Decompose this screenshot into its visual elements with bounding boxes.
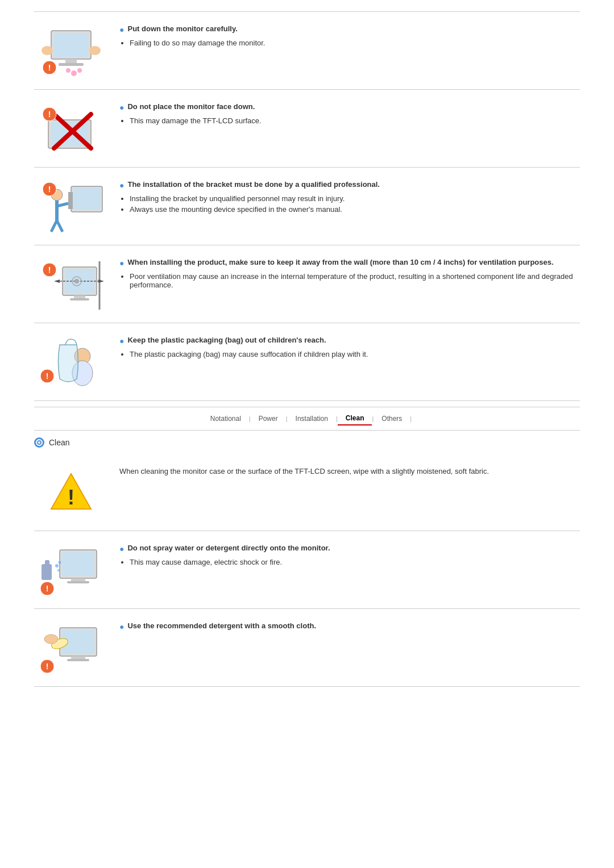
- bullet-item: Failing to do so may damage the monitor.: [130, 39, 580, 47]
- clean-heading-icon: [34, 437, 44, 448]
- text-no-face-down: ● Do not place the monitor face down. Th…: [119, 100, 580, 127]
- svg-point-9: [77, 68, 82, 73]
- illustration-detergent: !: [34, 619, 108, 676]
- illustration-warning-triangle: !: [34, 464, 108, 520]
- bullet-icon: ●: [119, 25, 124, 34]
- item-no-face-down: ! ● Do not place the monitor face down. …: [34, 90, 580, 168]
- bullet-list: This may damage the TFT-LCD surface.: [130, 116, 580, 125]
- nav-clean[interactable]: Clean: [338, 412, 372, 425]
- bullet-list: Failing to do so may damage the monitor.: [130, 39, 580, 47]
- heading-text: Do not spray water or detergent directly…: [127, 544, 330, 552]
- bullet-item-1: Always use the mounting device specified…: [130, 205, 580, 214]
- illustration-no-face-down: !: [34, 100, 108, 157]
- illustration-put-down: !: [34, 22, 108, 79]
- nav-others[interactable]: Others: [374, 412, 410, 425]
- svg-marker-33: [54, 279, 60, 283]
- text-detergent: ● Use the recommended detergent with a s…: [119, 619, 580, 636]
- svg-rect-18: [73, 188, 101, 210]
- bullet-list: Installing the bracket by unqualified pe…: [130, 194, 580, 214]
- text-put-down: ● Put down the monitor carefully. Failin…: [119, 22, 580, 49]
- nav-installation[interactable]: Installation: [288, 412, 336, 425]
- item-put-down: ! ● Put down the monitor carefully. Fail…: [34, 11, 580, 90]
- svg-rect-28: [65, 269, 94, 293]
- text-ventilation: ● When installing the product, make sure…: [119, 256, 580, 291]
- svg-text:!: !: [48, 265, 51, 274]
- item-detergent: ! ● Use the recommended detergent with a…: [34, 609, 580, 687]
- clean-intro-item: ! When cleaning the monitor case or the …: [34, 453, 580, 531]
- illustration-bracket: !: [34, 178, 108, 235]
- nav-sep-5: |: [410, 415, 412, 422]
- svg-rect-51: [67, 581, 89, 583]
- svg-rect-30: [70, 298, 89, 301]
- svg-rect-53: [45, 560, 49, 566]
- heading-text: When installing the product, make sure t…: [127, 258, 553, 266]
- svg-text:!: !: [48, 110, 51, 119]
- heading-text: The installation of the bracket must be …: [127, 180, 380, 189]
- illustration-ventilation: !: [34, 256, 108, 312]
- svg-line-23: [51, 220, 57, 232]
- svg-rect-52: [42, 564, 52, 580]
- item-ventilation: ! ● When installing the product, make su…: [34, 245, 580, 323]
- svg-point-54: [55, 564, 59, 567]
- bullet-icon: ●: [119, 336, 124, 345]
- text-bracket: ● The installation of the bracket must b…: [119, 178, 580, 216]
- text-plastic-bag: ● Keep the plastic packaging (bag) out o…: [119, 333, 580, 361]
- clean-section-heading: Clean: [34, 437, 580, 448]
- nav-power[interactable]: Power: [251, 412, 286, 425]
- text-no-spray: ● Do not spray water or detergent direct…: [119, 541, 580, 569]
- svg-text:!: !: [46, 662, 49, 671]
- svg-point-10: [66, 68, 70, 73]
- heading-text: Do not place the monitor face down.: [127, 102, 255, 111]
- heading-text: Put down the monitor carefully.: [127, 24, 237, 33]
- svg-point-45: [38, 441, 40, 444]
- svg-point-5: [89, 46, 101, 55]
- clean-intro-text: When cleaning the monitor case or the su…: [119, 464, 580, 477]
- bullet-icon: ●: [119, 181, 124, 190]
- bullet-list: Poor ventilation may cause an increase i…: [130, 272, 580, 289]
- svg-point-56: [57, 569, 60, 571]
- clean-heading-label: Clean: [49, 438, 70, 447]
- svg-point-36: [74, 279, 79, 283]
- nav-notational[interactable]: Notational: [202, 412, 249, 425]
- svg-point-55: [59, 561, 61, 564]
- bullet-icon: ●: [119, 544, 124, 553]
- illustration-plastic-bag: !: [34, 333, 108, 390]
- navigation-bar: Notational | Power | Installation | Clea…: [34, 407, 580, 431]
- svg-line-24: [57, 220, 63, 232]
- illustration-no-spray: !: [34, 541, 108, 598]
- svg-marker-34: [98, 279, 104, 283]
- bullet-item: The plastic packaging (bag) may cause su…: [130, 350, 580, 358]
- svg-rect-3: [59, 63, 84, 66]
- svg-rect-62: [67, 659, 89, 661]
- heading-text: Keep the plastic packaging (bag) out of …: [127, 336, 326, 344]
- installation-section: ! ● Put down the monitor carefully. Fail…: [34, 11, 580, 401]
- svg-text:!: !: [46, 584, 49, 593]
- svg-rect-2: [65, 59, 77, 64]
- svg-rect-1: [54, 33, 88, 57]
- bullet-item-0: Installing the bracket by unqualified pe…: [130, 194, 580, 203]
- svg-text:!: !: [68, 486, 74, 509]
- bullet-icon: ●: [119, 622, 124, 631]
- heading-text: Use the recommended detergent with a smo…: [127, 621, 316, 630]
- bullet-item: This may cause damage, electric shock or…: [130, 558, 580, 566]
- bullet-icon: ●: [119, 258, 124, 268]
- svg-point-8: [71, 70, 77, 76]
- svg-text:!: !: [48, 185, 51, 194]
- svg-rect-19: [68, 192, 73, 209]
- bullet-icon: ●: [119, 103, 124, 112]
- svg-point-4: [42, 46, 53, 55]
- item-bracket: ! ● The installation of the bracket must…: [34, 168, 580, 245]
- bullet-item: This may damage the TFT-LCD surface.: [130, 116, 580, 125]
- svg-point-64: [44, 635, 58, 644]
- bullet-list: This may cause damage, electric shock or…: [130, 558, 580, 566]
- bullet-list: The plastic packaging (bag) may cause su…: [130, 350, 580, 358]
- item-no-spray: ! ● Do not spray water or detergent dire…: [34, 531, 580, 609]
- bullet-item: Poor ventilation may cause an increase i…: [130, 272, 580, 289]
- svg-rect-49: [62, 552, 94, 576]
- item-plastic-bag: ! ● Keep the plastic packaging (bag) out…: [34, 323, 580, 401]
- svg-text:!: !: [46, 372, 49, 381]
- svg-text:!: !: [48, 63, 51, 72]
